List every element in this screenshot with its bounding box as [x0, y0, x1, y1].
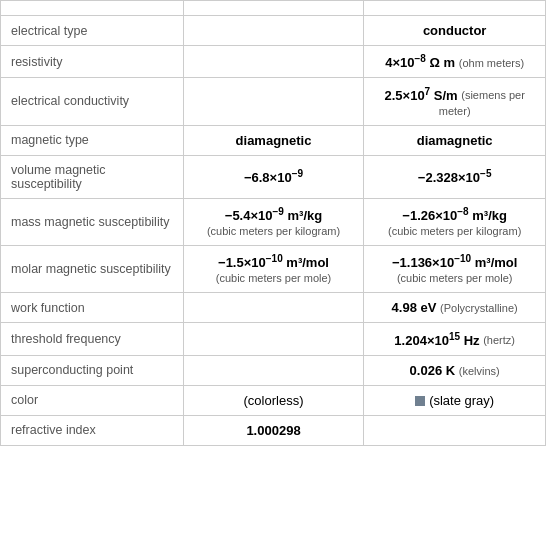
- table-row: superconducting point0.026 K (kelvins): [1, 355, 546, 385]
- beryllium-value: −1.26×10−8 m³/kg(cubic meters per kilogr…: [364, 198, 546, 245]
- nitrogen-value: −6.8×10−9: [183, 155, 364, 198]
- property-label: threshold frequency: [1, 323, 184, 355]
- beryllium-value: −1.136×10−10 m³/mol(cubic meters per mol…: [364, 245, 546, 292]
- table-row: electrical conductivity2.5×107 S/m (siem…: [1, 78, 546, 125]
- property-label: color: [1, 385, 184, 415]
- nitrogen-value: [183, 78, 364, 125]
- table-row: color(colorless)(slate gray): [1, 385, 546, 415]
- beryllium-value: [364, 415, 546, 445]
- property-label: electrical type: [1, 16, 184, 46]
- beryllium-value: (slate gray): [364, 385, 546, 415]
- header-property: [1, 1, 184, 16]
- beryllium-value: 0.026 K (kelvins): [364, 355, 546, 385]
- beryllium-value: −2.328×10−5: [364, 155, 546, 198]
- table-row: resistivity4×10−8 Ω m (ohm meters): [1, 46, 546, 78]
- table-row: magnetic typediamagneticdiamagnetic: [1, 125, 546, 155]
- property-label: magnetic type: [1, 125, 184, 155]
- nitrogen-value: (colorless): [183, 385, 364, 415]
- beryllium-value: 4.98 eV (Polycrystalline): [364, 293, 546, 323]
- property-label: work function: [1, 293, 184, 323]
- property-label: superconducting point: [1, 355, 184, 385]
- property-label: volume magnetic susceptibility: [1, 155, 184, 198]
- beryllium-value: 4×10−8 Ω m (ohm meters): [364, 46, 546, 78]
- nitrogen-value: [183, 355, 364, 385]
- beryllium-value: diamagnetic: [364, 125, 546, 155]
- table-row: mass magnetic susceptibility−5.4×10−9 m³…: [1, 198, 546, 245]
- property-label: refractive index: [1, 415, 184, 445]
- table-row: threshold frequency1.204×1015 Hz (hertz): [1, 323, 546, 355]
- nitrogen-value: −1.5×10−10 m³/mol(cubic meters per mole): [183, 245, 364, 292]
- table-row: refractive index1.000298: [1, 415, 546, 445]
- table-row: electrical typeconductor: [1, 16, 546, 46]
- property-label: electrical conductivity: [1, 78, 184, 125]
- property-label: molar magnetic susceptibility: [1, 245, 184, 292]
- nitrogen-value: 1.000298: [183, 415, 364, 445]
- header-beryllium: [364, 1, 546, 16]
- nitrogen-value: [183, 46, 364, 78]
- beryllium-value: conductor: [364, 16, 546, 46]
- beryllium-value: 1.204×1015 Hz (hertz): [364, 323, 546, 355]
- table-row: volume magnetic susceptibility−6.8×10−9−…: [1, 155, 546, 198]
- property-label: mass magnetic susceptibility: [1, 198, 184, 245]
- table-row: molar magnetic susceptibility−1.5×10−10 …: [1, 245, 546, 292]
- nitrogen-value: [183, 323, 364, 355]
- property-label: resistivity: [1, 46, 184, 78]
- table-row: work function4.98 eV (Polycrystalline): [1, 293, 546, 323]
- header-nitrogen: [183, 1, 364, 16]
- nitrogen-value: [183, 293, 364, 323]
- beryllium-value: 2.5×107 S/m (siemens per meter): [364, 78, 546, 125]
- nitrogen-value: diamagnetic: [183, 125, 364, 155]
- color-swatch: [415, 396, 425, 406]
- nitrogen-value: [183, 16, 364, 46]
- nitrogen-value: −5.4×10−9 m³/kg(cubic meters per kilogra…: [183, 198, 364, 245]
